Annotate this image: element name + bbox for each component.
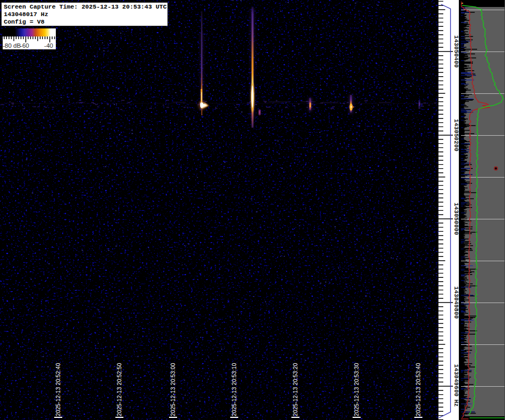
- svg-text:143050000: 143050000: [453, 203, 459, 235]
- svg-text:143050400: 143050400: [453, 35, 459, 68]
- svg-text:143050200: 143050200: [453, 119, 459, 152]
- svg-text:143049800: 143049800: [453, 286, 459, 319]
- svg-text:Hz: Hz: [453, 400, 459, 407]
- svg-text:143049600: 143049600: [453, 364, 459, 397]
